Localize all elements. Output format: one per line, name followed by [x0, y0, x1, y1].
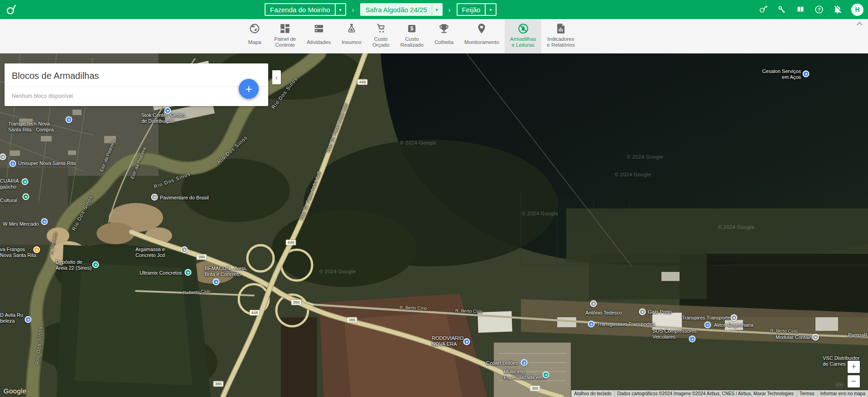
- map-marker-blue[interactable]: [521, 359, 528, 366]
- google-watermark: © 2024 Google: [400, 140, 437, 145]
- tab-insumos[interactable]: Insumos: [336, 19, 366, 53]
- map-marker-gray[interactable]: [812, 334, 819, 341]
- google-watermark: © 2024 Google: [615, 172, 651, 177]
- bell-off-icon[interactable]: [833, 5, 843, 15]
- tab-label: Colheita: [434, 36, 453, 48]
- crop-dropdown[interactable]: Feijão ▾: [457, 3, 497, 16]
- map-poi-label: Antônio Tedesco: [585, 310, 622, 316]
- user-avatar[interactable]: H: [851, 4, 863, 16]
- map-marker-blue[interactable]: [164, 107, 171, 114]
- tab-label: Painel deControle: [274, 36, 296, 48]
- zoom-out-button[interactable]: −: [848, 375, 860, 387]
- help-icon[interactable]: ?: [814, 5, 824, 15]
- trap-blocks-panel: Blocos de Armadilhas Nenhum bloco dispon…: [5, 63, 268, 106]
- aegro-plus-icon[interactable]: [758, 5, 768, 15]
- route-shield: 386: [196, 254, 207, 260]
- tab-painel-de-controle[interactable]: Painel deControle: [269, 19, 301, 53]
- map-poi-label: Copart Leilões: [486, 360, 518, 366]
- chevron-down-icon[interactable]: ▾: [485, 4, 495, 15]
- breadcrumb: Fazenda do Moinho ▾ › Safra Algodão 24/2…: [265, 0, 497, 19]
- map-poi-label: FG: [836, 382, 843, 388]
- satellite-map[interactable]: TranspoTech NovaSanta Rita · Compra...St…: [0, 0, 868, 397]
- season-dropdown[interactable]: Safra Algodão 24/25 ▾: [360, 3, 443, 16]
- map-marker-blue[interactable]: [41, 218, 48, 225]
- tab-custo-realizado[interactable]: $CustoRealizado: [395, 19, 429, 53]
- map-marker-teal[interactable]: [22, 179, 29, 185]
- add-trap-block-button[interactable]: +: [239, 79, 259, 99]
- google-watermark: © 2024 Google: [627, 154, 664, 160]
- map-marker-blue[interactable]: [803, 71, 810, 77]
- topbar-actions: ?H: [758, 0, 863, 19]
- google-logo[interactable]: Google: [4, 387, 27, 395]
- zoom-in-button[interactable]: +: [848, 361, 860, 373]
- map-marker-blue[interactable]: [25, 316, 32, 323]
- attribution-segment: Dados cartográficos ©2024 Imagens ©2024 …: [614, 391, 796, 396]
- route-shield: 386: [530, 386, 540, 392]
- road-label: R. Berto Círio: [455, 308, 483, 315]
- map-poi-label: Cultural: [0, 198, 17, 203]
- doc-chart-icon: [555, 22, 567, 35]
- bug-off-icon: [517, 22, 529, 35]
- road-label: R. Berto Círio: [183, 289, 210, 296]
- map-marker-teal[interactable]: [92, 261, 99, 268]
- map-overlay: TranspoTech NovaSanta Rita · Compra...St…: [0, 0, 868, 397]
- map-poi-label: PampaReq: [848, 332, 868, 338]
- map-marker-blue[interactable]: [704, 322, 711, 329]
- map-poi-label: Stok Center. Centrode Distribuição: [141, 112, 185, 124]
- tab-label: Monitoramento: [464, 36, 499, 48]
- attribution-segment[interactable]: Termos: [796, 391, 817, 396]
- map-poi-label: CUÁRIAgaúcho: [0, 178, 19, 189]
- map-poi-label: Transpires Transporte: [682, 315, 730, 321]
- map-marker-gray[interactable]: [731, 315, 738, 321]
- map-marker-blue[interactable]: [689, 336, 696, 343]
- tab-custo-orcado[interactable]: CustoOrçado: [367, 19, 395, 53]
- aegro-logo-icon[interactable]: [5, 3, 17, 16]
- map-marker-gray[interactable]: [181, 247, 188, 253]
- panel-collapse-button[interactable]: ‹: [272, 70, 281, 84]
- route-shield: 386: [347, 317, 357, 323]
- map-poi-label: BEMACON - Areia,Brita e Concreto: [205, 266, 247, 277]
- map-poi-label: va FrangosNova Santa Rita: [0, 247, 36, 258]
- tab-colheita[interactable]: Colheita: [429, 19, 459, 53]
- tab-atividades[interactable]: Atividades: [301, 19, 336, 53]
- route-shield: 448: [285, 240, 296, 246]
- water-label: Rio Dos Sinos: [216, 135, 249, 165]
- farm-dropdown[interactable]: Fazenda do Moinho ▾: [265, 3, 346, 16]
- map-marker-teal[interactable]: [543, 372, 550, 378]
- tab-label: CustoRealizado: [400, 36, 424, 48]
- money-icon: $: [406, 22, 418, 35]
- map-poi-label: Depósito deAreia 22 (Sinos): [56, 259, 92, 271]
- tab-label: Indicadorese Relatórios: [547, 36, 574, 48]
- route-shield: 386: [291, 300, 301, 305]
- map-marker-blue[interactable]: [66, 116, 72, 123]
- map-marker-blue[interactable]: [463, 339, 470, 345]
- map-marker-teal[interactable]: [185, 269, 192, 276]
- tab-indicadores-e-relatorios[interactable]: Indicadorese Relatórios: [541, 19, 580, 53]
- map-marker-gray[interactable]: [0, 154, 6, 160]
- road-label: Estr. da Pedreira: [130, 146, 147, 180]
- attribution-segment[interactable]: Atalhos do teclado: [571, 391, 614, 396]
- tab-mapa[interactable]: Mapa: [241, 19, 269, 53]
- map-marker-green[interactable]: [23, 194, 29, 200]
- tab-armadilhas-e-leituras[interactable]: Armadilhase Leituras: [505, 19, 542, 53]
- attribution-segment[interactable]: Informar erro no mapa: [817, 391, 868, 396]
- map-marker-gray[interactable]: [639, 309, 646, 315]
- map-marker-blue[interactable]: [588, 321, 595, 328]
- rows-icon: [313, 22, 325, 35]
- tab-monitoramento[interactable]: Monitoramento: [459, 19, 505, 53]
- tab-label: Armadilhase Leituras: [510, 36, 536, 48]
- map-marker-blue[interactable]: [10, 160, 16, 167]
- key-icon[interactable]: [777, 5, 787, 15]
- map-poi-label: W Mini Mercado: [3, 221, 39, 227]
- map-poi-label: RODOVIÁRIONOVA ERA: [432, 335, 463, 347]
- map-marker-gray[interactable]: [590, 300, 597, 307]
- map-marker-orange[interactable]: [34, 247, 40, 253]
- map-marker-blue[interactable]: [213, 279, 220, 286]
- chevron-down-icon[interactable]: ▾: [432, 4, 442, 15]
- road-label: R. Berto Círio: [400, 305, 427, 312]
- book-icon[interactable]: [796, 5, 805, 15]
- main-nav-tabbar: MapaPainel deControleAtividadesInsumosCu…: [0, 19, 868, 53]
- chevron-down-icon[interactable]: ▾: [335, 4, 345, 15]
- route-shield: 448: [249, 310, 260, 316]
- map-marker-gray[interactable]: [151, 194, 158, 201]
